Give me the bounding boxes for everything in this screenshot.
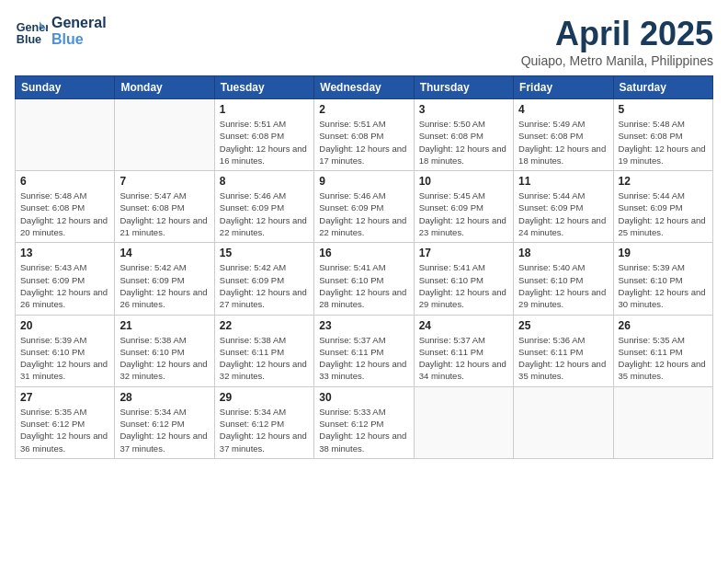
day-info: Sunrise: 5:34 AM Sunset: 6:12 PM Dayligh… bbox=[119, 406, 209, 454]
day-info: Sunrise: 5:49 AM Sunset: 6:08 PM Dayligh… bbox=[518, 118, 608, 167]
calendar-cell: 3Sunrise: 5:50 AM Sunset: 6:08 PM Daylig… bbox=[414, 99, 513, 171]
day-info: Sunrise: 5:39 AM Sunset: 6:10 PM Dayligh… bbox=[20, 334, 109, 383]
day-number: 11 bbox=[518, 175, 608, 188]
day-info: Sunrise: 5:41 AM Sunset: 6:10 PM Dayligh… bbox=[419, 261, 508, 310]
day-number: 8 bbox=[220, 175, 309, 188]
calendar-week-1: 1Sunrise: 5:51 AM Sunset: 6:08 PM Daylig… bbox=[16, 99, 713, 171]
day-number: 27 bbox=[20, 391, 109, 404]
calendar-cell: 18Sunrise: 5:40 AM Sunset: 6:10 PM Dayli… bbox=[514, 243, 613, 315]
weekday-header-row: SundayMondayTuesdayWednesdayThursdayFrid… bbox=[16, 76, 713, 99]
day-info: Sunrise: 5:42 AM Sunset: 6:09 PM Dayligh… bbox=[119, 261, 209, 310]
day-number: 13 bbox=[20, 247, 109, 259]
day-info: Sunrise: 5:47 AM Sunset: 6:08 PM Dayligh… bbox=[119, 190, 209, 238]
calendar-cell: 4Sunrise: 5:49 AM Sunset: 6:08 PM Daylig… bbox=[514, 99, 613, 171]
logo-icon: General Blue bbox=[15, 15, 48, 48]
calendar-cell: 14Sunrise: 5:42 AM Sunset: 6:09 PM Dayli… bbox=[115, 243, 214, 315]
day-info: Sunrise: 5:41 AM Sunset: 6:10 PM Dayligh… bbox=[319, 261, 408, 310]
calendar-cell: 25Sunrise: 5:36 AM Sunset: 6:11 PM Dayli… bbox=[514, 315, 613, 386]
calendar-cell: 1Sunrise: 5:51 AM Sunset: 6:08 PM Daylig… bbox=[214, 99, 313, 171]
day-info: Sunrise: 5:39 AM Sunset: 6:10 PM Dayligh… bbox=[619, 261, 708, 310]
month-title: April 2025 bbox=[521, 15, 713, 53]
calendar-cell bbox=[514, 386, 613, 458]
calendar-cell: 27Sunrise: 5:35 AM Sunset: 6:12 PM Dayli… bbox=[16, 386, 115, 458]
location-text: Quiapo, Metro Manila, Philippines bbox=[521, 53, 713, 68]
day-number: 28 bbox=[119, 391, 209, 404]
calendar-cell: 9Sunrise: 5:46 AM Sunset: 6:09 PM Daylig… bbox=[314, 171, 414, 243]
day-number: 10 bbox=[419, 175, 508, 188]
day-number: 4 bbox=[518, 103, 608, 116]
calendar-cell: 11Sunrise: 5:44 AM Sunset: 6:09 PM Dayli… bbox=[514, 171, 613, 243]
calendar-cell: 21Sunrise: 5:38 AM Sunset: 6:10 PM Dayli… bbox=[115, 315, 214, 386]
day-number: 1 bbox=[220, 103, 309, 116]
weekday-header-friday: Friday bbox=[514, 76, 613, 99]
day-info: Sunrise: 5:45 AM Sunset: 6:09 PM Dayligh… bbox=[419, 190, 508, 238]
day-number: 12 bbox=[619, 175, 708, 188]
day-number: 3 bbox=[419, 103, 508, 116]
weekday-header-saturday: Saturday bbox=[613, 76, 712, 99]
day-info: Sunrise: 5:34 AM Sunset: 6:12 PM Dayligh… bbox=[220, 406, 309, 454]
day-number: 7 bbox=[119, 175, 209, 188]
day-number: 24 bbox=[419, 319, 508, 332]
day-number: 25 bbox=[518, 319, 608, 332]
day-info: Sunrise: 5:51 AM Sunset: 6:08 PM Dayligh… bbox=[220, 118, 309, 167]
calendar-cell: 5Sunrise: 5:48 AM Sunset: 6:08 PM Daylig… bbox=[613, 99, 712, 171]
calendar-cell: 12Sunrise: 5:44 AM Sunset: 6:09 PM Dayli… bbox=[613, 171, 712, 243]
day-info: Sunrise: 5:35 AM Sunset: 6:11 PM Dayligh… bbox=[619, 334, 708, 383]
day-info: Sunrise: 5:46 AM Sunset: 6:09 PM Dayligh… bbox=[319, 190, 408, 238]
calendar-cell: 16Sunrise: 5:41 AM Sunset: 6:10 PM Dayli… bbox=[314, 243, 414, 315]
calendar-cell: 24Sunrise: 5:37 AM Sunset: 6:11 PM Dayli… bbox=[414, 315, 513, 386]
weekday-header-thursday: Thursday bbox=[414, 76, 513, 99]
day-number: 6 bbox=[20, 175, 109, 188]
day-number: 5 bbox=[619, 103, 708, 116]
calendar-cell: 29Sunrise: 5:34 AM Sunset: 6:12 PM Dayli… bbox=[214, 386, 313, 458]
weekday-header-wednesday: Wednesday bbox=[314, 76, 414, 99]
day-number: 17 bbox=[419, 247, 508, 259]
day-number: 21 bbox=[119, 319, 209, 332]
calendar-cell: 19Sunrise: 5:39 AM Sunset: 6:10 PM Dayli… bbox=[613, 243, 712, 315]
calendar-cell: 30Sunrise: 5:33 AM Sunset: 6:12 PM Dayli… bbox=[314, 386, 414, 458]
day-info: Sunrise: 5:38 AM Sunset: 6:11 PM Dayligh… bbox=[220, 334, 309, 383]
day-number: 22 bbox=[220, 319, 309, 332]
weekday-header-monday: Monday bbox=[115, 76, 214, 99]
day-number: 16 bbox=[319, 247, 408, 259]
calendar-cell: 13Sunrise: 5:43 AM Sunset: 6:09 PM Dayli… bbox=[16, 243, 115, 315]
calendar-cell: 26Sunrise: 5:35 AM Sunset: 6:11 PM Dayli… bbox=[613, 315, 712, 386]
day-info: Sunrise: 5:50 AM Sunset: 6:08 PM Dayligh… bbox=[419, 118, 508, 167]
calendar-cell: 10Sunrise: 5:45 AM Sunset: 6:09 PM Dayli… bbox=[414, 171, 513, 243]
calendar-cell: 17Sunrise: 5:41 AM Sunset: 6:10 PM Dayli… bbox=[414, 243, 513, 315]
calendar-cell: 22Sunrise: 5:38 AM Sunset: 6:11 PM Dayli… bbox=[214, 315, 313, 386]
calendar-week-4: 20Sunrise: 5:39 AM Sunset: 6:10 PM Dayli… bbox=[16, 315, 713, 386]
day-number: 18 bbox=[518, 247, 608, 259]
day-number: 20 bbox=[20, 319, 109, 332]
day-info: Sunrise: 5:51 AM Sunset: 6:08 PM Dayligh… bbox=[319, 118, 408, 167]
calendar-week-5: 27Sunrise: 5:35 AM Sunset: 6:12 PM Dayli… bbox=[16, 386, 713, 458]
day-number: 2 bbox=[319, 103, 408, 116]
calendar-cell bbox=[115, 99, 214, 171]
day-number: 30 bbox=[319, 391, 408, 404]
calendar-cell: 20Sunrise: 5:39 AM Sunset: 6:10 PM Dayli… bbox=[16, 315, 115, 386]
day-info: Sunrise: 5:44 AM Sunset: 6:09 PM Dayligh… bbox=[518, 190, 608, 238]
calendar-cell bbox=[414, 386, 513, 458]
calendar-cell: 23Sunrise: 5:37 AM Sunset: 6:11 PM Dayli… bbox=[314, 315, 414, 386]
day-info: Sunrise: 5:37 AM Sunset: 6:11 PM Dayligh… bbox=[419, 334, 508, 383]
svg-text:Blue: Blue bbox=[17, 33, 41, 46]
calendar-cell: 6Sunrise: 5:48 AM Sunset: 6:08 PM Daylig… bbox=[16, 171, 115, 243]
calendar-week-3: 13Sunrise: 5:43 AM Sunset: 6:09 PM Dayli… bbox=[16, 243, 713, 315]
day-number: 19 bbox=[619, 247, 708, 259]
calendar-cell: 28Sunrise: 5:34 AM Sunset: 6:12 PM Dayli… bbox=[115, 386, 214, 458]
calendar-cell: 2Sunrise: 5:51 AM Sunset: 6:08 PM Daylig… bbox=[314, 99, 414, 171]
day-info: Sunrise: 5:48 AM Sunset: 6:08 PM Dayligh… bbox=[619, 118, 708, 167]
calendar-cell bbox=[613, 386, 712, 458]
calendar-cell: 7Sunrise: 5:47 AM Sunset: 6:08 PM Daylig… bbox=[115, 171, 214, 243]
day-number: 9 bbox=[319, 175, 408, 188]
day-info: Sunrise: 5:38 AM Sunset: 6:10 PM Dayligh… bbox=[119, 334, 209, 383]
day-info: Sunrise: 5:35 AM Sunset: 6:12 PM Dayligh… bbox=[20, 406, 109, 454]
day-info: Sunrise: 5:48 AM Sunset: 6:08 PM Dayligh… bbox=[20, 190, 109, 238]
calendar-cell: 15Sunrise: 5:42 AM Sunset: 6:09 PM Dayli… bbox=[214, 243, 313, 315]
day-info: Sunrise: 5:33 AM Sunset: 6:12 PM Dayligh… bbox=[319, 406, 408, 454]
day-info: Sunrise: 5:37 AM Sunset: 6:11 PM Dayligh… bbox=[319, 334, 408, 383]
day-number: 29 bbox=[220, 391, 309, 404]
logo: General Blue General Blue bbox=[15, 15, 107, 48]
day-number: 14 bbox=[119, 247, 209, 259]
weekday-header-sunday: Sunday bbox=[16, 76, 115, 99]
